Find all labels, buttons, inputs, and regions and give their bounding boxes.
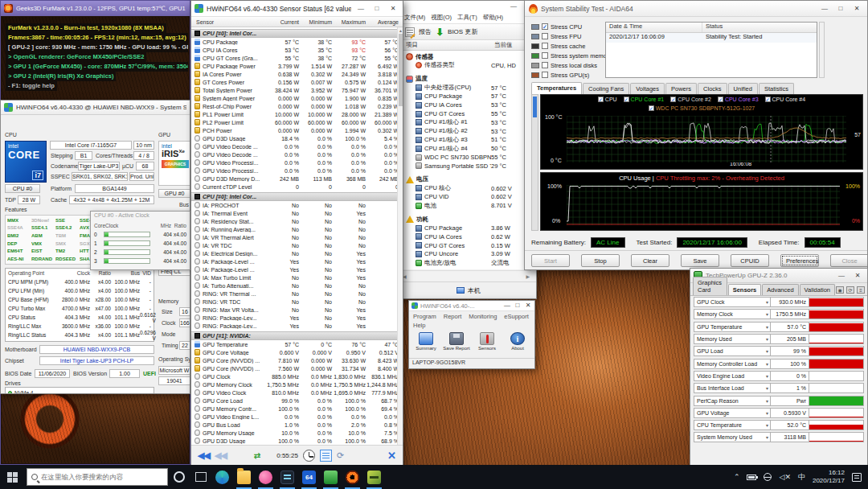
cn-sensor-item[interactable]: CPU IA Cores53 °C <box>401 101 531 109</box>
sensor-maximize-button[interactable]: □ <box>371 3 383 14</box>
launcher-menu-esupport[interactable]: eSupport <box>504 313 528 320</box>
sensor-row[interactable]: GPU Video Clock810.0 MHz0.0 MHz1,695.0 M… <box>191 388 397 397</box>
report-button[interactable]: 报告 <box>419 27 432 36</box>
gpu-select[interactable]: GPU #0 <box>158 189 190 198</box>
hwinfo-sensor-window[interactable]: HWiNFO64 v6.40-4330 Sensor Status [62 va… <box>190 0 403 466</box>
stress-checkbox[interactable] <box>542 33 548 39</box>
logging-icon[interactable] <box>320 450 332 462</box>
cn-group[interactable]: 功耗 <box>401 215 531 224</box>
cn-minimize-button[interactable]: — <box>507 1 520 12</box>
stability-tab-powers[interactable]: Powers <box>665 83 697 94</box>
cn-sensor-item[interactable]: CPU 核心0.602 V <box>401 184 531 193</box>
active-clock-popup[interactable]: CPU #0 - Active Clock CoreClockMHzRatio … <box>90 211 190 270</box>
gpuz-tab-graphics-card[interactable]: Graphics Card <box>693 277 727 295</box>
legend-checkbox[interactable]: ✓ <box>624 97 629 102</box>
sensor-row[interactable]: PL1 Power Limit10.000 W10.000 W28.000 W2… <box>191 110 397 118</box>
sensor-row[interactable]: System Agent Power0.000 W0.000 W1.900 W0… <box>191 94 397 102</box>
next-page-icon[interactable]: ◀◀ <box>215 450 227 461</box>
sensor-row[interactable]: GPU Temperature57 °C0 °C76 °C47 °C <box>191 340 397 348</box>
gpuz-sensor-label[interactable]: GPU Voltage <box>694 408 771 418</box>
launcher-menu-monitoring[interactable]: Monitoring <box>469 313 497 320</box>
gpuz-minimize-button[interactable]: — <box>835 270 848 281</box>
sensor-settings-icon[interactable]: ⇄ <box>254 451 260 460</box>
log-row[interactable]: 2020/12/17 16:06:09Stability Test: Start… <box>606 33 817 43</box>
sensor-row[interactable]: CPU Package Power3.799 W1.514 W27.287 W6… <box>191 62 397 70</box>
sensor-row[interactable]: GPU Video Processi...0.0 %0.0 %0.0 %0.0 … <box>191 166 397 175</box>
sensor-row[interactable]: GPU Core Load99.0 %0.0 %100.0 %68.7 % <box>191 397 397 405</box>
sensor-scrollbar[interactable]: ▲ <box>397 27 403 445</box>
drive-row[interactable]: NVMe 4 <box>8 388 151 394</box>
sensor-row[interactable]: CPU Package57 °C38 °C93 °C57 °C <box>191 38 397 46</box>
cpuid-button[interactable]: CPUID <box>731 254 769 267</box>
sensor-row[interactable]: IA: Package-Level ...YesNoYes <box>191 257 397 265</box>
legend-checkbox[interactable]: ✓ <box>670 97 676 102</box>
sensor-row[interactable]: GPU Bus Load1.0 %0.0 %2.0 %0.8 % <box>191 421 397 429</box>
sensor-row[interactable]: GPU Video Decode ...0.0 %0.0 %0.0 %0.0 % <box>191 150 397 158</box>
stability-close-button[interactable]: ✕ <box>850 3 863 14</box>
legend-checkbox[interactable]: ✓ <box>649 105 654 111</box>
stability-tab-statistics[interactable]: Statistics <box>759 83 794 94</box>
cn-sensor-item[interactable]: Samsung Portable SSD T529 °C <box>401 162 531 171</box>
launcher-menu-program[interactable]: Program <box>413 313 436 320</box>
sensor-row[interactable]: GPU Memory Contr...100.0 %0.0 %100.0 %69… <box>191 405 397 413</box>
prev-page-icon[interactable]: ◀◀ <box>198 450 210 461</box>
sensor-row[interactable]: GPU Video Processi...0.0 %0.0 %0.0 %0.0 … <box>191 158 397 166</box>
gpuz-close-button[interactable]: ✕ <box>851 270 864 281</box>
launcher-menu-help[interactable]: Help <box>413 322 425 329</box>
sensor-row[interactable]: GPU Memory Usage10.0 %0.0 %10.0 %7.5 % <box>191 429 397 437</box>
stability-tab-unified[interactable]: Unified <box>728 83 758 94</box>
cn-sensor-item[interactable]: CPU Package57 °C <box>401 92 531 101</box>
stress-checkbox[interactable] <box>542 43 548 49</box>
gpuz-sensor-label[interactable]: Memory Controller Load <box>694 359 771 369</box>
launcher-button-about[interactable]: iAbout <box>503 332 532 351</box>
cn-menu-item[interactable]: 文件(M) <box>404 14 425 22</box>
clear-button[interactable]: Clear <box>631 254 669 267</box>
refresh-icon[interactable]: ⟳ <box>846 286 854 294</box>
sensor-section-header[interactable]: CPU [#0]: Intel Cor... <box>191 192 397 201</box>
launcher-close-button[interactable]: ✕ <box>524 300 532 311</box>
sensor-row[interactable]: IA: Electrical Design...NoNoYes <box>191 249 397 257</box>
sensor-row[interactable]: RING: Max VR Volta...NoNoYes <box>191 306 397 314</box>
bios-update-button[interactable]: BIOS 更新 <box>448 27 477 36</box>
sensor-row[interactable]: GPU D3D Usage100.0 %0.0 %100.0 %68.9 % <box>191 437 397 445</box>
gpuz-sensor-label[interactable]: PerfCap Reason <box>694 396 771 406</box>
cn-sensor-item[interactable]: 中央处理器(CPU)57 °C <box>401 84 531 92</box>
log-scrollbar[interactable] <box>819 22 825 78</box>
sensor-row[interactable]: RING: VR TDCNoNoNo <box>191 298 397 306</box>
launcher-menu-report[interactable]: Report <box>444 313 462 320</box>
stress-checkbox[interactable] <box>542 52 548 59</box>
sensor-row[interactable]: GPU Video Engine L...0.0 %0.0 %0.0 %0.0 … <box>191 413 397 421</box>
gpuz-tab-sensors[interactable]: Sensors <box>728 284 762 295</box>
hwinfo-summary-titlebar[interactable]: HWiNFO64 v6.40-4330 @ HUAWEI NBD-WXX9 - … <box>1 101 190 115</box>
sensor-row[interactable]: IA: Residency Stat...NoNoNo <box>191 217 397 225</box>
cn-menu-item[interactable]: 帮助(H) <box>483 14 503 22</box>
network-icon[interactable] <box>764 473 772 481</box>
cn-sensor-item[interactable]: 电池充/放电交流电 <box>401 258 531 267</box>
sensor-row[interactable]: GPU D3D Memory D...242 MB113 MB368 MB242… <box>191 175 397 183</box>
sensor-row[interactable]: GPU Memory Clock1,750.5 MHz0.0 MHz1,750.… <box>191 380 397 388</box>
notification-center-icon[interactable] <box>852 473 862 482</box>
legend-checkbox[interactable]: ✓ <box>598 97 604 102</box>
gpuz-sensor-label[interactable]: System Memory Used <box>694 432 771 442</box>
sensor-row[interactable]: PL2 Power Limit60.000 W60.000 W60.000 W6… <box>191 118 397 126</box>
sensor-row[interactable]: Total System Power38.424 W3.952 W75.947 … <box>191 86 397 94</box>
sensor-row[interactable]: GT Cores Power0.156 W0.007 W0.575 W0.124… <box>191 78 397 86</box>
gpuz-window[interactable]: TechPowerUp GPU-Z 2.36.0 — ✕ Graphics Ca… <box>690 268 868 466</box>
sensor-row[interactable]: IA: Running Averag...NoNoNo <box>191 225 397 233</box>
cn-sensor-item[interactable]: CPU Package3.86 W <box>401 224 531 232</box>
sensor-column-headers[interactable]: SensorCurrentMinimumMaximumAverage <box>191 17 403 27</box>
battery-icon[interactable] <box>747 475 756 480</box>
sensor-row[interactable]: IA: Max Turbo LimitNoNoYes <box>191 273 397 281</box>
gpuz-tab-validation[interactable]: Validation <box>800 284 835 295</box>
hwinfo-launcher-window[interactable]: HWiNFO64 v6.40-... — □ ✕ ProgramReportMo… <box>408 300 535 369</box>
gpuz-sensor-label[interactable]: CPU Temperature <box>694 420 771 430</box>
taskbar-app-edge[interactable] <box>211 465 233 489</box>
cn-horizontal-scrollbar[interactable]: ◀▶ <box>401 270 531 281</box>
sensor-section-header[interactable]: GPU [#1]: NVIDIA: <box>191 331 397 340</box>
save-button[interactable]: Save <box>681 254 719 267</box>
stress-checkbox[interactable] <box>542 72 548 78</box>
cn-column-headers[interactable]: 项目 当前值 <box>401 40 536 51</box>
sensor-toolbar-close-icon[interactable]: ✕ <box>387 450 396 462</box>
gpuz-sensor-label[interactable]: Memory Used <box>694 334 771 344</box>
sensor-row[interactable]: CPU IA Cores53 °C35 °C93 °C56 °C <box>191 46 397 54</box>
